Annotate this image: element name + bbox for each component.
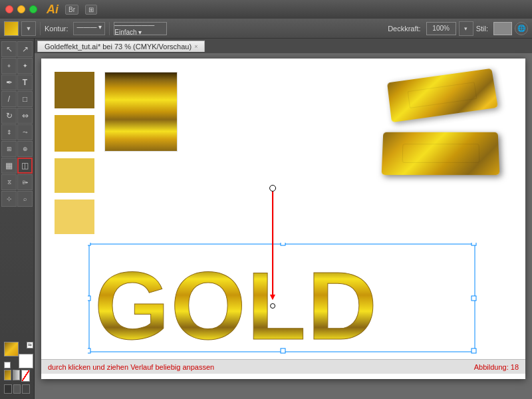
lasso-tools-row: ⌖ ✦ (1, 58, 33, 74)
rotate-tool[interactable]: ↻ (1, 108, 17, 124)
deckkraft-label: Deckkraft: (388, 25, 421, 33)
close-button[interactable] (5, 5, 13, 13)
document-tab[interactable]: Goldeffekt_tut.ai* bei 73 % (CMYK/Vorsch… (37, 41, 205, 52)
canvas-content: ▼ (41, 59, 525, 379)
warp-tool[interactable]: ⤳ (17, 124, 33, 140)
swatch-dark-gold (55, 72, 94, 108)
width-tool[interactable]: ⇕ (1, 124, 17, 140)
screen-full-button[interactable] (13, 384, 21, 394)
eyedropper-tools-row: ⧖ ⌲ (1, 174, 33, 190)
swap-colors-button[interactable]: ⇆ (27, 342, 33, 348)
pen-tool[interactable]: ✒ (1, 74, 17, 90)
swatch-bright-gold (55, 115, 94, 152)
reset-colors-button[interactable] (4, 362, 11, 368)
transform-tools-row: ↻ ⇔ (1, 108, 33, 124)
svg-rect-6 (88, 348, 90, 353)
svg-rect-4 (88, 296, 90, 301)
measure-tool[interactable]: ⊹ (1, 191, 17, 207)
color-mode-button[interactable] (4, 370, 11, 380)
gold-bar-bottom (382, 132, 500, 175)
document-canvas[interactable]: ▼ (41, 59, 525, 379)
shape-builder-tool[interactable]: ⊕ (17, 141, 33, 157)
gold-bars-area (369, 68, 515, 178)
tab-bar: Goldeffekt_tut.ai* bei 73 % (CMYK/Vorsch… (35, 39, 532, 53)
separator (40, 22, 41, 35)
gradient-mode-button[interactable] (13, 370, 20, 380)
screen-normal-button[interactable] (4, 384, 12, 394)
fill-swatch[interactable] (4, 21, 19, 36)
graph-tool[interactable]: ▦ (1, 158, 17, 174)
tab-title: Goldeffekt_tut.ai* bei 73 % (CMYK/Vorsch… (45, 43, 192, 51)
gradient-tool-indicator: ▼ (268, 185, 277, 309)
selection-tool[interactable]: ↖ (1, 41, 17, 57)
gradient-end-point[interactable] (270, 303, 275, 309)
status-bar-canvas: durch klicken und ziehen Verlauf beliebi… (41, 359, 525, 374)
minimize-button[interactable] (17, 5, 25, 13)
stil-label: Stil: (476, 25, 488, 33)
large-gradient-swatch (104, 72, 178, 152)
gradient-start-point[interactable] (269, 185, 276, 192)
separator2 (109, 22, 110, 35)
titlebar: Ai Br ⊞ (0, 0, 532, 19)
rect-tool[interactable]: □ (17, 91, 33, 107)
svg-rect-3 (471, 243, 476, 245)
globe-button[interactable]: 🌐 (515, 22, 528, 35)
lasso-tool[interactable]: ⌖ (1, 58, 17, 74)
style-swatch[interactable] (493, 22, 512, 35)
stroke-color-swatch[interactable] (19, 354, 33, 368)
kontur-dropdown[interactable]: ——— ▾ (73, 22, 105, 35)
direct-selection-tool[interactable]: ↗ (17, 41, 33, 57)
free-transform-row: ⊞ ⊕ (1, 141, 33, 157)
svg-rect-5 (471, 296, 476, 301)
svg-rect-1 (88, 243, 90, 245)
gold-bar-top (387, 68, 498, 122)
fill-color-swatch[interactable] (4, 342, 19, 356)
gradient-line-red (272, 192, 273, 295)
swatch-light-gold (55, 158, 94, 193)
tab-close-button[interactable]: × (194, 43, 198, 50)
fill-options[interactable]: ▼ (21, 21, 36, 36)
color-swatches-column (55, 72, 94, 234)
caption-text: durch klicken und ziehen Verlauf beliebi… (48, 363, 214, 371)
width-tools-row: ⇕ ⤳ (1, 124, 33, 140)
line-tool[interactable]: / (1, 91, 17, 107)
stroke-style[interactable]: —————— Einfach ▾ (114, 22, 167, 35)
gradient-arrow-down: ▼ (268, 291, 277, 302)
layout-button[interactable]: ⊞ (85, 5, 97, 15)
figure-number: Abbildung: 18 (474, 363, 519, 371)
svg-rect-8 (471, 348, 476, 353)
mirror-tool[interactable]: ⇔ (17, 108, 33, 124)
selection-tools-row: ↖ ↗ (1, 41, 33, 57)
gradient-tools-row: ▦ ◫ (1, 158, 33, 174)
canvas-area: Goldeffekt_tut.ai* bei 73 % (CMYK/Vorsch… (35, 39, 532, 399)
type-tool[interactable]: T (17, 74, 33, 90)
kontur-label: Kontur: (45, 25, 68, 33)
left-toolbar: ↖ ↗ ⌖ ✦ ✒ T / □ ↻ ⇔ ⇕ ⤳ ⊞ ⊕ ▦ ◫ (0, 39, 35, 399)
eyedropper-tool[interactable]: ⌲ (17, 174, 33, 190)
color-swatches-area: ⇆ (1, 339, 33, 396)
bridge-button[interactable]: Br (65, 5, 78, 15)
opacity-input[interactable] (426, 22, 456, 35)
maximize-button[interactable] (29, 5, 37, 13)
main-area: ↖ ↗ ⌖ ✦ ✒ T / □ ↻ ⇔ ⇕ ⤳ ⊞ ⊕ ▦ ◫ (0, 39, 532, 399)
toolbar: ▼ Kontur: ——— ▾ —————— Einfach ▾ Deckkra… (0, 19, 532, 39)
gold-text-svg: GOLD GOLD (88, 243, 480, 356)
gradient-tool[interactable]: ◫ (17, 158, 33, 174)
zoom-tool[interactable]: ⌕ (17, 191, 33, 207)
opacity-dropdown[interactable]: ▾ (459, 21, 473, 36)
app-icon: Ai (47, 3, 59, 17)
none-mode-button[interactable] (21, 370, 30, 382)
free-transform-tool[interactable]: ⊞ (1, 141, 17, 157)
zoom-tools-row: ⊹ ⌕ (1, 191, 33, 207)
screen-presentation-button[interactable] (22, 384, 30, 394)
pen-tools-row: ✒ T (1, 74, 33, 90)
line-tools-row: / □ (1, 91, 33, 107)
swatch-pale-gold (55, 200, 94, 234)
magic-wand-tool[interactable]: ✦ (17, 58, 33, 74)
blend-tool[interactable]: ⧖ (1, 174, 17, 190)
svg-rect-2 (281, 243, 285, 245)
svg-text:GOLD: GOLD (94, 252, 378, 356)
